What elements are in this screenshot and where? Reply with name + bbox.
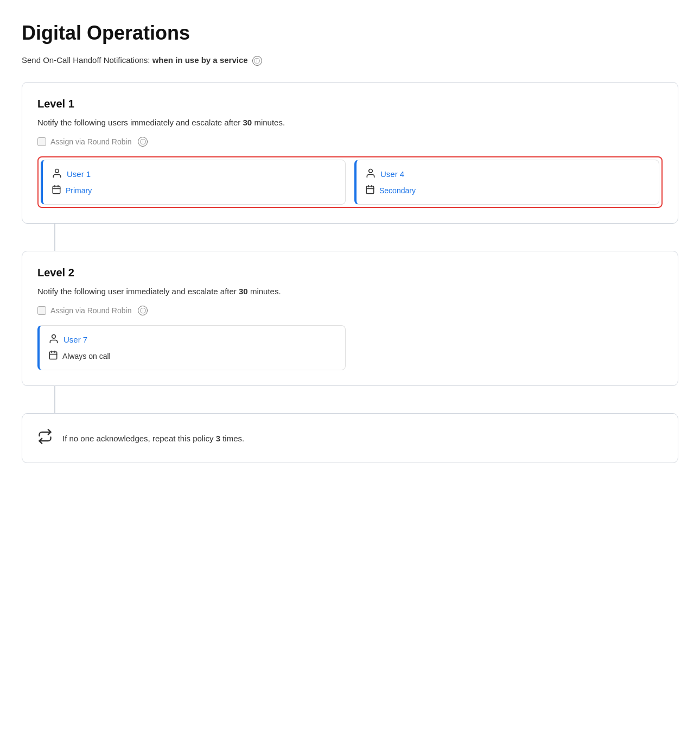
level2-desc-prefix: Notify the following user immediately an… (37, 287, 237, 296)
level2-title: Level 2 (37, 267, 663, 279)
level1-round-robin-checkbox[interactable] (37, 137, 46, 146)
level1-user4-schedule-row: Secondary (365, 185, 650, 197)
repeat-policy-text: If no one acknowledges, repeat this poli… (62, 434, 244, 443)
repeat-count: 3 (216, 434, 220, 443)
repeat-policy-card: If no one acknowledges, repeat this poli… (22, 413, 678, 463)
svg-point-0 (55, 169, 59, 173)
level1-desc-suffix: minutes. (254, 118, 285, 127)
level2-user-card-0: User 7 Always on call (37, 325, 346, 370)
level2-description: Notify the following user immediately an… (37, 287, 663, 296)
repeat-prefix: If no one acknowledges, repeat this poli… (62, 434, 214, 443)
level1-user-card-0: User 1 Primary (41, 160, 346, 205)
level1-round-robin-row: Assign via Round Robin ⓘ (37, 137, 663, 147)
level2-to-repeat-connector (54, 386, 55, 413)
level2-card: Level 2 Notify the following user immedi… (22, 251, 678, 386)
svg-rect-6 (366, 186, 374, 194)
level1-user1-link[interactable]: User 1 (67, 169, 91, 179)
svg-point-10 (52, 335, 56, 339)
level2-round-robin-checkbox[interactable] (37, 306, 46, 315)
level1-user1-calendar-icon (52, 185, 61, 197)
level1-title: Level 1 (37, 98, 663, 110)
level1-user1-person-icon (52, 168, 62, 180)
page-title: Digital Operations (22, 22, 678, 45)
level2-desc-suffix: minutes. (250, 287, 281, 296)
level1-selection-outline: User 1 Primary (37, 156, 663, 208)
level1-user4-person-icon (365, 168, 376, 180)
level1-to-level2-connector (54, 224, 55, 251)
level2-round-robin-info-icon[interactable]: ⓘ (138, 306, 148, 315)
level1-user1-schedule-row: Primary (52, 185, 336, 197)
level1-user-cards-grid: User 1 Primary (41, 160, 659, 205)
level1-round-robin-info-icon[interactable]: ⓘ (138, 137, 148, 147)
handoff-info-icon[interactable]: ⓘ (252, 56, 262, 66)
level1-user4-calendar-icon (365, 185, 375, 197)
handoff-prefix: Send On-Call Handoff Notifications: (22, 55, 150, 65)
level1-user1-name-row: User 1 (52, 168, 336, 180)
level1-user4-schedule-link[interactable]: Secondary (379, 186, 416, 195)
level1-user4-name-row: User 4 (365, 168, 650, 180)
svg-point-5 (369, 169, 373, 173)
level2-user7-name-row: User 7 (48, 333, 336, 346)
repeat-icon (37, 429, 53, 447)
level2-user-cards-grid: User 7 Always on call (37, 325, 663, 370)
level1-round-robin-label: Assign via Round Robin (50, 137, 131, 146)
level2-user7-person-icon (48, 333, 59, 346)
level1-user-card-1: User 4 Secondary (354, 160, 659, 205)
level2-round-robin-label: Assign via Round Robin (50, 306, 131, 315)
level1-desc-prefix: Notify the following users immediately a… (37, 118, 240, 127)
level2-minutes: 30 (239, 287, 248, 296)
level2-user7-link[interactable]: User 7 (63, 335, 87, 344)
svg-rect-1 (53, 186, 60, 194)
level2-user7-schedule-text: Always on call (62, 352, 111, 360)
svg-rect-11 (49, 352, 57, 359)
level1-description: Notify the following users immediately a… (37, 118, 663, 127)
repeat-suffix: times. (222, 434, 244, 443)
level2-user7-calendar-icon (48, 350, 58, 362)
level2-round-robin-row: Assign via Round Robin ⓘ (37, 306, 663, 315)
level1-minutes: 30 (243, 118, 252, 127)
handoff-bold: when in use by a service (152, 55, 248, 65)
level2-user7-schedule-row: Always on call (48, 350, 336, 362)
level1-user4-link[interactable]: User 4 (380, 169, 404, 179)
handoff-notice: Send On-Call Handoff Notifications: when… (22, 55, 678, 66)
level1-user1-schedule-link[interactable]: Primary (66, 186, 92, 195)
level1-card: Level 1 Notify the following users immed… (22, 82, 678, 224)
